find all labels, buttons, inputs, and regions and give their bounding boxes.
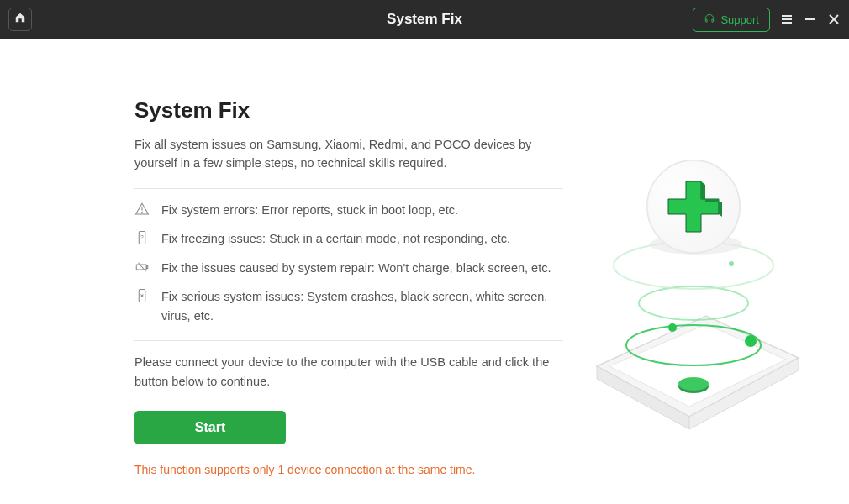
phone-error-icon	[134, 288, 150, 303]
divider	[134, 340, 563, 341]
device-illustration	[563, 114, 815, 450]
main-content: System Fix Fix all system issues on Sams…	[0, 39, 849, 504]
divider	[134, 188, 563, 189]
page-subheading: Fix all system issues on Samsung, Xiaomi…	[134, 135, 563, 173]
titlebar: System Fix Support	[0, 0, 849, 39]
feature-text: Fix serious system issues: System crashe…	[161, 287, 563, 325]
feature-item: Fix serious system issues: System crashe…	[134, 287, 563, 325]
instruction-text: Please connect your device to the comput…	[134, 353, 563, 391]
left-column: System Fix Fix all system issues on Sams…	[134, 97, 563, 504]
titlebar-controls: Support	[693, 8, 841, 32]
close-button[interactable]	[827, 13, 841, 26]
svg-point-23	[729, 261, 734, 266]
window-title: System Fix	[387, 11, 462, 28]
phone-question-icon: ?	[134, 230, 150, 245]
warning-text: This function supports only 1 device con…	[134, 463, 563, 476]
feature-item: ? Fix freezing issues: Stuck in a certai…	[134, 229, 563, 248]
home-button[interactable]	[8, 8, 32, 31]
battery-slash-icon	[134, 260, 150, 275]
feature-item: Fix the issues caused by system repair: …	[134, 259, 563, 277]
svg-point-17	[678, 377, 709, 391]
svg-point-7	[142, 212, 143, 213]
feature-text: Fix system errors: Error reports, stuck …	[161, 201, 458, 219]
svg-rect-11	[146, 265, 148, 268]
warning-triangle-icon	[134, 202, 150, 217]
start-button[interactable]: Start	[134, 411, 286, 444]
feature-text: Fix freezing issues: Stuck in a certain …	[161, 229, 510, 248]
svg-point-22	[745, 335, 757, 347]
page-heading: System Fix	[134, 97, 563, 123]
svg-point-19	[639, 286, 748, 320]
start-label: Start	[195, 420, 225, 435]
svg-point-21	[668, 323, 677, 332]
feature-item: Fix system errors: Error reports, stuck …	[134, 201, 563, 219]
minimize-button[interactable]	[804, 13, 817, 26]
support-button[interactable]: Support	[693, 8, 770, 32]
svg-rect-10	[136, 265, 146, 270]
feature-list: Fix system errors: Error reports, stuck …	[134, 201, 563, 325]
headset-icon	[704, 13, 715, 27]
feature-text: Fix the issues caused by system repair: …	[161, 259, 551, 277]
svg-line-12	[139, 263, 146, 272]
home-icon	[14, 12, 26, 27]
menu-button[interactable]	[780, 13, 794, 26]
svg-text:?: ?	[140, 235, 144, 241]
support-label: Support	[720, 13, 759, 26]
